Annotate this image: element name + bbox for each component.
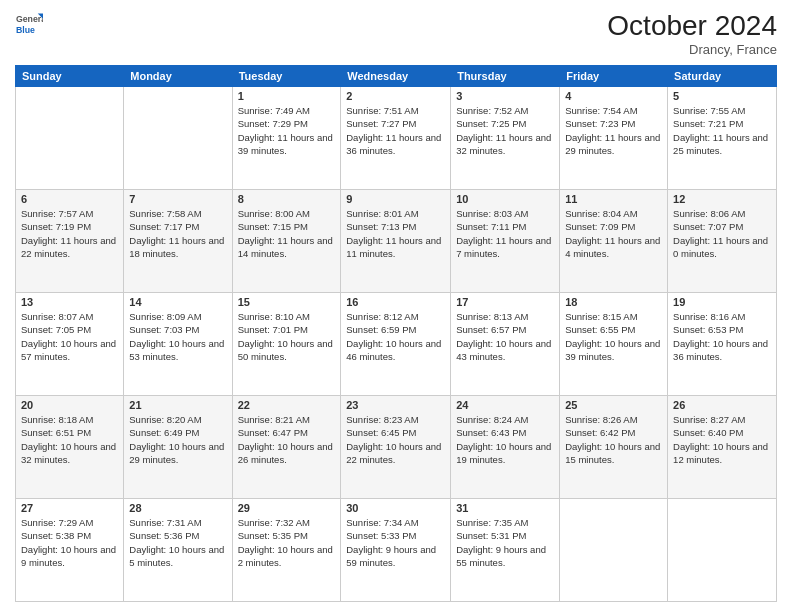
cell-w5-d7 (668, 499, 777, 602)
day-info: Sunrise: 8:09 AM Sunset: 7:03 PM Dayligh… (129, 310, 226, 363)
day-number: 16 (346, 296, 445, 308)
day-info: Sunrise: 8:00 AM Sunset: 7:15 PM Dayligh… (238, 207, 336, 260)
day-number: 6 (21, 193, 118, 205)
day-number: 27 (21, 502, 118, 514)
day-number: 20 (21, 399, 118, 411)
cell-w5-d6 (560, 499, 668, 602)
logo: General Blue (15, 10, 43, 38)
cell-w1-d5: 3Sunrise: 7:52 AM Sunset: 7:25 PM Daylig… (451, 87, 560, 190)
day-number: 17 (456, 296, 554, 308)
day-info: Sunrise: 8:18 AM Sunset: 6:51 PM Dayligh… (21, 413, 118, 466)
day-number: 30 (346, 502, 445, 514)
svg-text:Blue: Blue (16, 25, 35, 35)
cell-w3-d6: 18Sunrise: 8:15 AM Sunset: 6:55 PM Dayli… (560, 293, 668, 396)
day-number: 21 (129, 399, 226, 411)
svg-text:General: General (16, 14, 43, 24)
day-info: Sunrise: 8:23 AM Sunset: 6:45 PM Dayligh… (346, 413, 445, 466)
week-row-5: 27Sunrise: 7:29 AM Sunset: 5:38 PM Dayli… (16, 499, 777, 602)
day-number: 12 (673, 193, 771, 205)
day-info: Sunrise: 8:01 AM Sunset: 7:13 PM Dayligh… (346, 207, 445, 260)
day-info: Sunrise: 7:35 AM Sunset: 5:31 PM Dayligh… (456, 516, 554, 569)
week-row-3: 13Sunrise: 8:07 AM Sunset: 7:05 PM Dayli… (16, 293, 777, 396)
day-info: Sunrise: 7:55 AM Sunset: 7:21 PM Dayligh… (673, 104, 771, 157)
day-info: Sunrise: 8:06 AM Sunset: 7:07 PM Dayligh… (673, 207, 771, 260)
day-number: 14 (129, 296, 226, 308)
cell-w2-d3: 8Sunrise: 8:00 AM Sunset: 7:15 PM Daylig… (232, 190, 341, 293)
day-number: 29 (238, 502, 336, 514)
day-number: 15 (238, 296, 336, 308)
cell-w4-d5: 24Sunrise: 8:24 AM Sunset: 6:43 PM Dayli… (451, 396, 560, 499)
day-number: 23 (346, 399, 445, 411)
day-number: 28 (129, 502, 226, 514)
day-info: Sunrise: 7:51 AM Sunset: 7:27 PM Dayligh… (346, 104, 445, 157)
cell-w3-d4: 16Sunrise: 8:12 AM Sunset: 6:59 PM Dayli… (341, 293, 451, 396)
page: General Blue October 2024 Drancy, France… (0, 0, 792, 612)
cell-w3-d5: 17Sunrise: 8:13 AM Sunset: 6:57 PM Dayli… (451, 293, 560, 396)
day-info: Sunrise: 8:24 AM Sunset: 6:43 PM Dayligh… (456, 413, 554, 466)
day-info: Sunrise: 8:26 AM Sunset: 6:42 PM Dayligh… (565, 413, 662, 466)
cell-w3-d1: 13Sunrise: 8:07 AM Sunset: 7:05 PM Dayli… (16, 293, 124, 396)
cell-w5-d2: 28Sunrise: 7:31 AM Sunset: 5:36 PM Dayli… (124, 499, 232, 602)
day-number: 1 (238, 90, 336, 102)
cell-w5-d3: 29Sunrise: 7:32 AM Sunset: 5:35 PM Dayli… (232, 499, 341, 602)
cell-w3-d2: 14Sunrise: 8:09 AM Sunset: 7:03 PM Dayli… (124, 293, 232, 396)
cell-w4-d6: 25Sunrise: 8:26 AM Sunset: 6:42 PM Dayli… (560, 396, 668, 499)
day-info: Sunrise: 8:04 AM Sunset: 7:09 PM Dayligh… (565, 207, 662, 260)
cell-w5-d1: 27Sunrise: 7:29 AM Sunset: 5:38 PM Dayli… (16, 499, 124, 602)
col-friday: Friday (560, 66, 668, 87)
day-info: Sunrise: 7:57 AM Sunset: 7:19 PM Dayligh… (21, 207, 118, 260)
day-info: Sunrise: 7:54 AM Sunset: 7:23 PM Dayligh… (565, 104, 662, 157)
week-row-2: 6Sunrise: 7:57 AM Sunset: 7:19 PM Daylig… (16, 190, 777, 293)
day-number: 3 (456, 90, 554, 102)
col-monday: Monday (124, 66, 232, 87)
day-number: 22 (238, 399, 336, 411)
cell-w2-d4: 9Sunrise: 8:01 AM Sunset: 7:13 PM Daylig… (341, 190, 451, 293)
cell-w1-d7: 5Sunrise: 7:55 AM Sunset: 7:21 PM Daylig… (668, 87, 777, 190)
cell-w4-d7: 26Sunrise: 8:27 AM Sunset: 6:40 PM Dayli… (668, 396, 777, 499)
week-row-1: 1Sunrise: 7:49 AM Sunset: 7:29 PM Daylig… (16, 87, 777, 190)
day-number: 8 (238, 193, 336, 205)
calendar-table: Sunday Monday Tuesday Wednesday Thursday… (15, 65, 777, 602)
day-info: Sunrise: 7:29 AM Sunset: 5:38 PM Dayligh… (21, 516, 118, 569)
week-row-4: 20Sunrise: 8:18 AM Sunset: 6:51 PM Dayli… (16, 396, 777, 499)
day-info: Sunrise: 7:32 AM Sunset: 5:35 PM Dayligh… (238, 516, 336, 569)
day-number: 11 (565, 193, 662, 205)
cell-w2-d5: 10Sunrise: 8:03 AM Sunset: 7:11 PM Dayli… (451, 190, 560, 293)
month-title: October 2024 (607, 10, 777, 42)
cell-w4-d4: 23Sunrise: 8:23 AM Sunset: 6:45 PM Dayli… (341, 396, 451, 499)
cell-w5-d5: 31Sunrise: 7:35 AM Sunset: 5:31 PM Dayli… (451, 499, 560, 602)
logo-icon: General Blue (15, 10, 43, 38)
col-thursday: Thursday (451, 66, 560, 87)
col-saturday: Saturday (668, 66, 777, 87)
day-info: Sunrise: 8:16 AM Sunset: 6:53 PM Dayligh… (673, 310, 771, 363)
day-info: Sunrise: 8:07 AM Sunset: 7:05 PM Dayligh… (21, 310, 118, 363)
cell-w3-d7: 19Sunrise: 8:16 AM Sunset: 6:53 PM Dayli… (668, 293, 777, 396)
day-info: Sunrise: 7:52 AM Sunset: 7:25 PM Dayligh… (456, 104, 554, 157)
day-info: Sunrise: 8:10 AM Sunset: 7:01 PM Dayligh… (238, 310, 336, 363)
day-number: 26 (673, 399, 771, 411)
day-info: Sunrise: 7:31 AM Sunset: 5:36 PM Dayligh… (129, 516, 226, 569)
cell-w3-d3: 15Sunrise: 8:10 AM Sunset: 7:01 PM Dayli… (232, 293, 341, 396)
day-number: 24 (456, 399, 554, 411)
cell-w1-d6: 4Sunrise: 7:54 AM Sunset: 7:23 PM Daylig… (560, 87, 668, 190)
cell-w2-d6: 11Sunrise: 8:04 AM Sunset: 7:09 PM Dayli… (560, 190, 668, 293)
day-info: Sunrise: 8:12 AM Sunset: 6:59 PM Dayligh… (346, 310, 445, 363)
cell-w2-d2: 7Sunrise: 7:58 AM Sunset: 7:17 PM Daylig… (124, 190, 232, 293)
day-info: Sunrise: 7:34 AM Sunset: 5:33 PM Dayligh… (346, 516, 445, 569)
day-number: 25 (565, 399, 662, 411)
column-header-row: Sunday Monday Tuesday Wednesday Thursday… (16, 66, 777, 87)
col-sunday: Sunday (16, 66, 124, 87)
day-number: 31 (456, 502, 554, 514)
day-number: 4 (565, 90, 662, 102)
day-info: Sunrise: 8:20 AM Sunset: 6:49 PM Dayligh… (129, 413, 226, 466)
location: Drancy, France (607, 42, 777, 57)
header: General Blue October 2024 Drancy, France (15, 10, 777, 57)
day-number: 13 (21, 296, 118, 308)
cell-w4-d2: 21Sunrise: 8:20 AM Sunset: 6:49 PM Dayli… (124, 396, 232, 499)
cell-w1-d1 (16, 87, 124, 190)
day-info: Sunrise: 8:03 AM Sunset: 7:11 PM Dayligh… (456, 207, 554, 260)
cell-w1-d3: 1Sunrise: 7:49 AM Sunset: 7:29 PM Daylig… (232, 87, 341, 190)
day-info: Sunrise: 7:49 AM Sunset: 7:29 PM Dayligh… (238, 104, 336, 157)
day-number: 5 (673, 90, 771, 102)
cell-w1-d2 (124, 87, 232, 190)
